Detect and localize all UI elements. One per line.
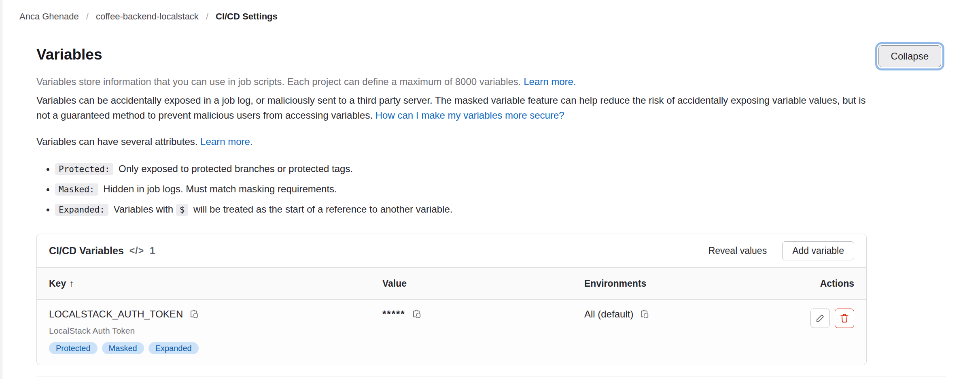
protected-description: Only exposed to protected branches or pr… xyxy=(119,163,353,174)
list-item-masked: Masked: Hidden in job logs. Must match m… xyxy=(55,181,867,197)
variable-row: LOCALSTACK_AUTH_TOKEN LocalStack Auth To… xyxy=(37,300,866,365)
cicd-variables-card: CI/CD Variables </> 1 Reveal values Add … xyxy=(36,234,867,365)
column-header-value: Value xyxy=(382,278,584,289)
section-divider xyxy=(36,377,946,377)
breadcrumb: Anca Ghenade / coffee-backend-localstack… xyxy=(0,0,980,33)
breadcrumb-separator: / xyxy=(86,11,89,22)
expanded-description-start: Variables with xyxy=(113,204,173,215)
intro-text: Variables store information that you can… xyxy=(36,76,521,87)
copy-icon xyxy=(411,309,422,319)
card-title: CI/CD Variables xyxy=(49,245,124,257)
column-header-key[interactable]: Key↑ xyxy=(49,278,382,289)
breadcrumb-separator: / xyxy=(206,11,208,22)
breadcrumb-item-project[interactable]: coffee-backend-localstack xyxy=(96,11,199,22)
copy-icon xyxy=(189,309,199,319)
dollar-code-chip: $ xyxy=(176,204,189,216)
breadcrumb-item-namespace[interactable]: Anca Ghenade xyxy=(19,11,79,22)
reveal-values-button[interactable]: Reveal values xyxy=(707,242,768,260)
key-cell: LOCALSTACK_AUTH_TOKEN LocalStack Auth To… xyxy=(49,309,382,354)
variable-count: 1 xyxy=(150,245,155,256)
table-header-row: Key↑ Value Environments Actions xyxy=(37,267,866,300)
add-variable-button[interactable]: Add variable xyxy=(782,241,854,260)
settings-section-variables: Collapse Variables Variables store infor… xyxy=(0,33,980,377)
variable-description: LocalStack Auth Token xyxy=(49,326,382,336)
value-cell: ***** xyxy=(382,309,584,320)
column-header-actions: Actions xyxy=(761,278,854,289)
intro-paragraph: Variables store information that you can… xyxy=(36,74,867,89)
page-title: Variables xyxy=(36,33,867,64)
actions-cell xyxy=(761,309,854,328)
badge-row: Protected Masked Expanded xyxy=(49,342,382,354)
attributes-paragraph: Variables can have several attributes. L… xyxy=(36,134,867,149)
protected-badge: Protected xyxy=(49,342,98,354)
trash-icon xyxy=(839,313,850,324)
environments-cell: All (default) xyxy=(584,309,761,320)
protected-code-chip: Protected: xyxy=(55,163,113,175)
edit-variable-button[interactable] xyxy=(810,309,830,328)
expanded-code-chip: Expanded: xyxy=(55,204,108,216)
masked-value: ***** xyxy=(382,309,405,320)
variables-secure-link[interactable]: How can I make my variables more secure? xyxy=(375,110,564,121)
code-icon: </> xyxy=(129,245,144,256)
expanded-badge: Expanded xyxy=(148,342,199,354)
expanded-description-end: will be treated as the start of a refere… xyxy=(193,204,452,215)
delete-variable-button[interactable] xyxy=(835,309,854,328)
warning-paragraph: Variables can be accidentally exposed in… xyxy=(36,93,867,123)
attributes-text: Variables can have several attributes. xyxy=(36,136,197,147)
masked-code-chip: Masked: xyxy=(55,183,98,196)
copy-environment-button[interactable] xyxy=(639,309,649,319)
attributes-list: Protected: Only exposed to protected bra… xyxy=(55,161,867,217)
collapse-button[interactable]: Collapse xyxy=(878,45,941,67)
learn-more-link[interactable]: Learn more. xyxy=(524,76,576,87)
key-column-label: Key xyxy=(49,278,66,289)
breadcrumb-item-current: CI/CD Settings xyxy=(216,11,278,22)
list-item-protected: Protected: Only exposed to protected bra… xyxy=(55,161,867,177)
variable-key: LOCALSTACK_AUTH_TOKEN xyxy=(49,309,183,320)
attributes-learn-more-link[interactable]: Learn more. xyxy=(200,136,252,147)
list-item-expanded: Expanded: Variables with $ will be treat… xyxy=(55,202,867,217)
copy-icon xyxy=(639,309,649,319)
pencil-icon xyxy=(815,313,825,324)
column-header-environments: Environments xyxy=(584,278,761,289)
masked-badge: Masked xyxy=(102,342,144,354)
masked-description: Hidden in job logs. Must match masking r… xyxy=(103,183,337,194)
copy-value-button[interactable] xyxy=(411,309,422,319)
environment-scope: All (default) xyxy=(584,309,633,320)
copy-key-button[interactable] xyxy=(189,309,199,319)
cicd-variables-card-header: CI/CD Variables </> 1 Reveal values Add … xyxy=(37,234,866,267)
sort-ascending-icon: ↑ xyxy=(69,278,74,289)
